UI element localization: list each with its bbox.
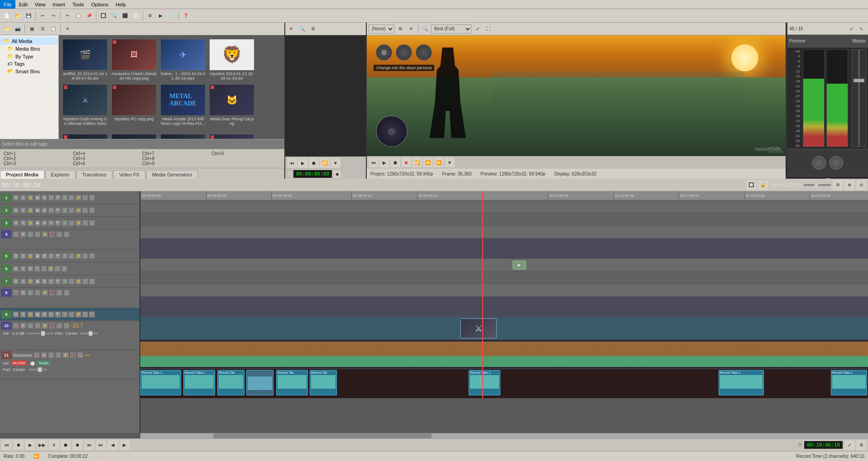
- rt-9[interactable]: Record Take 1: [831, 370, 867, 395]
- middle-play-btn[interactable]: ▶: [298, 158, 308, 168]
- shortcut-ctrl2[interactable]: Ctrl+2: [4, 156, 73, 161]
- middle-marker-btn[interactable]: ◆: [334, 171, 341, 178]
- media-item-4[interactable]: ⚔ Injustice Gods Among Us Ultimate Editi…: [62, 84, 108, 130]
- rt-7[interactable]: Record Take 1: [469, 370, 500, 395]
- track1-mute[interactable]: M: [13, 195, 19, 201]
- rp-close-btn[interactable]: ✕: [406, 24, 416, 34]
- media-item-0[interactable]: 🎬 ac3lhd_32 2014-01-14 18-49-57-80.avi: [62, 39, 108, 81]
- media-item-3[interactable]: 🦁 Injustice 2014-01-13 19-34-41-03.avi: [209, 39, 254, 81]
- shortcut-ctrl9[interactable]: Ctrl+9: [142, 161, 211, 166]
- tl-snap-btn[interactable]: 🔲: [746, 180, 756, 190]
- middle-more-btn[interactable]: ▼: [331, 158, 340, 168]
- rp-rewind-btn[interactable]: ⏮: [369, 157, 379, 167]
- preset-select[interactable]: (None): [369, 24, 394, 33]
- pan-slider-10[interactable]: [80, 333, 98, 334]
- media-list-button[interactable]: ☰: [38, 24, 48, 34]
- tab-explorer[interactable]: Explorer: [45, 170, 76, 179]
- middle-close-btn[interactable]: ✕: [286, 24, 296, 34]
- track2-solo[interactable]: S: [20, 207, 26, 214]
- tl-rec-btn[interactable]: ⏺: [72, 440, 82, 450]
- pan-knob-10[interactable]: [89, 331, 92, 336]
- shortcut-ctrl7[interactable]: Ctrl+7: [142, 151, 211, 156]
- mixer-collapse-btn[interactable]: ⤡: [856, 24, 866, 33]
- middle-loop-btn[interactable]: 🔁: [320, 158, 330, 168]
- tl-home-btn[interactable]: ⏮: [2, 440, 12, 450]
- rp-record-btn[interactable]: ⏺: [401, 157, 411, 167]
- properties-button[interactable]: ⚙: [145, 11, 155, 21]
- rp-zoom-btn[interactable]: 🔍: [420, 24, 430, 34]
- vol-knob-10[interactable]: [41, 331, 45, 336]
- tree-by-type[interactable]: 📁 By Type: [0, 52, 58, 60]
- tab-video-fx[interactable]: Video FX: [113, 170, 145, 179]
- media-view-button[interactable]: ▦: [27, 24, 37, 34]
- tab-project-media[interactable]: Project Media: [0, 170, 44, 179]
- paste-button[interactable]: 📌: [84, 11, 94, 21]
- tl-next-btn[interactable]: ⏭: [96, 440, 106, 450]
- shortcut-ctrl3[interactable]: Ctrl+3: [4, 161, 73, 166]
- rp-settings-btn[interactable]: ⚙: [395, 24, 405, 34]
- tl-stop-btn[interactable]: ⏹: [61, 440, 71, 450]
- media-capture-button[interactable]: 📷: [13, 24, 23, 34]
- pan-knob-1[interactable]: [812, 156, 826, 170]
- pan-knob-2[interactable]: [830, 156, 843, 170]
- rt-8[interactable]: Record Take 1: [719, 370, 764, 395]
- master-fader[interactable]: [850, 48, 868, 149]
- cut-button[interactable]: ✂: [62, 11, 72, 21]
- tl-settings-btn[interactable]: ⚙: [833, 180, 843, 190]
- shortcut-ctrl8[interactable]: Ctrl+8: [142, 156, 211, 161]
- rp-play-btn[interactable]: ▶: [379, 157, 389, 167]
- menu-options[interactable]: Options: [88, 0, 112, 9]
- rp-loop-btn[interactable]: 🔁: [412, 157, 422, 167]
- media-details-button[interactable]: 📋: [48, 24, 58, 34]
- track3-lock[interactable]: 🔒: [27, 220, 34, 226]
- tl-level-slider[interactable]: [804, 184, 831, 186]
- tl-play-btn[interactable]: ⏺: [14, 440, 24, 450]
- middle-rewind-btn[interactable]: ⏮: [287, 158, 297, 168]
- track3-solo[interactable]: S: [20, 220, 26, 226]
- tags-input[interactable]: Select files to edit tags: [0, 139, 284, 149]
- shortcut-ctrl5[interactable]: Ctrl+5: [73, 156, 142, 161]
- tl-play3-btn[interactable]: ▶▶: [37, 440, 47, 450]
- tab-media-generators[interactable]: Media Generators: [146, 170, 198, 179]
- track2-mute[interactable]: M: [13, 207, 19, 214]
- touch-badge[interactable]: Touch: [37, 361, 50, 366]
- pan-slider-11[interactable]: [29, 369, 47, 371]
- media-item-6[interactable]: METALARCADE Metal Arcade 2013 Will Moss …: [160, 84, 206, 130]
- menu-edit[interactable]: Edit: [15, 0, 31, 9]
- pan-knob-11[interactable]: [38, 367, 42, 372]
- media-item-7[interactable]: 🐱 Metal Gear Rising Cat.png: [209, 84, 254, 130]
- master-fader-knob[interactable]: [854, 79, 864, 82]
- tree-all-media[interactable]: 📁 All Media: [0, 37, 58, 45]
- snap-button[interactable]: 🔲: [98, 11, 108, 21]
- middle-zoom-btn[interactable]: 🔍: [297, 24, 307, 34]
- shortcut-ctrl6[interactable]: Ctrl+6: [73, 161, 142, 166]
- quality-select[interactable]: Best (Full): [431, 24, 472, 33]
- shortcut-ctrl4[interactable]: Ctrl+4: [73, 151, 142, 156]
- media-item-9[interactable]: [111, 134, 157, 139]
- menu-view[interactable]: View: [31, 0, 49, 9]
- new-button[interactable]: 📄: [2, 11, 12, 21]
- shortcut-ctrl0[interactable]: Ctrl+0: [211, 151, 281, 156]
- tree-smart-bins[interactable]: 📂 Smart Bins: [0, 67, 58, 75]
- tl-prev-btn[interactable]: ⏮: [84, 440, 94, 450]
- rp-expand-btn[interactable]: ⤢: [473, 24, 483, 34]
- trim-button[interactable]: ⬜: [131, 11, 141, 21]
- track3-mute[interactable]: M: [13, 220, 19, 226]
- tl-faster-btn[interactable]: ▶: [120, 440, 129, 450]
- track1-solo[interactable]: S: [20, 195, 26, 201]
- menu-tools[interactable]: Tools: [69, 0, 88, 9]
- media-item-5[interactable]: Injustice PC copy.png: [111, 84, 157, 130]
- media-item-1[interactable]: 🖼 Assassins Creed Liberation HD copy.png: [111, 39, 157, 81]
- menu-help[interactable]: Help: [112, 0, 129, 9]
- rp-stepfwd-btn[interactable]: ⏩: [434, 157, 444, 167]
- media-item-10[interactable]: [160, 134, 206, 139]
- tree-tags[interactable]: 🏷 Tags: [0, 60, 58, 67]
- middle-stop-btn[interactable]: ⏹: [309, 158, 319, 168]
- shortcut-ctrl1[interactable]: Ctrl+1: [4, 151, 73, 156]
- media-close-button[interactable]: ✕: [62, 24, 72, 34]
- rp-stepback-btn[interactable]: ⏪: [423, 157, 433, 167]
- track2-lock[interactable]: 🔒: [27, 207, 34, 214]
- tab-transitions[interactable]: Transitions: [77, 170, 112, 179]
- rp-stop-btn[interactable]: ⏹: [390, 157, 400, 167]
- tl-slower-btn[interactable]: ◀: [108, 440, 118, 450]
